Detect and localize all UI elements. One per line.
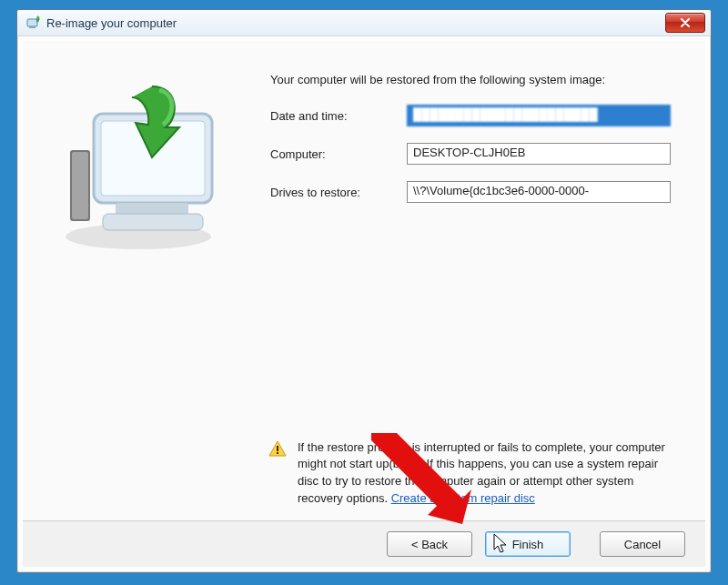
- finish-button[interactable]: Finish: [485, 531, 571, 557]
- window-title: Re-image your computer: [46, 16, 177, 30]
- content-area: Your computer will be restored from the …: [23, 41, 705, 517]
- warning-icon: [268, 439, 287, 458]
- value-drives[interactable]: \\?\Volume{dc1bc3e6-0000-0000-: [407, 181, 671, 203]
- title-bar: Re-image your computer: [17, 10, 711, 36]
- svg-rect-8: [103, 214, 203, 230]
- value-computer[interactable]: DESKTOP-CLJH0EB: [407, 143, 671, 165]
- row-computer: Computer: DESKTOP-CLJH0EB: [270, 143, 685, 165]
- svg-rect-9: [277, 446, 278, 451]
- label-drives: Drives to restore:: [270, 186, 407, 199]
- row-datetime: Date and time: ██████████████████████: [270, 105, 685, 126]
- svg-rect-10: [277, 452, 278, 454]
- button-bar: < Back Finish Cancel: [23, 520, 705, 567]
- warning-text: If the restore process is interrupted or…: [298, 439, 682, 508]
- main-panel: Your computer will be restored from the …: [270, 59, 685, 203]
- cancel-button[interactable]: Cancel: [600, 531, 685, 557]
- client-area: Your computer will be restored from the …: [23, 41, 705, 567]
- back-button[interactable]: < Back: [387, 531, 472, 557]
- row-drives: Drives to restore: \\?\Volume{dc1bc3e6-0…: [270, 181, 685, 203]
- label-computer: Computer:: [270, 147, 407, 161]
- value-datetime[interactable]: ██████████████████████: [407, 105, 671, 126]
- intro-text: Your computer will be restored from the …: [270, 72, 685, 88]
- wizard-window: Re-image your computer: [16, 9, 712, 573]
- svg-rect-1: [29, 26, 35, 28]
- close-button[interactable]: [665, 13, 705, 33]
- wizard-graphic: [43, 77, 234, 262]
- app-icon: [26, 15, 41, 30]
- svg-rect-0: [27, 19, 37, 26]
- warning-section: If the restore process is interrupted or…: [268, 439, 682, 508]
- close-icon: [680, 18, 691, 27]
- create-repair-disc-link[interactable]: Create a system repair disc: [391, 491, 535, 505]
- label-datetime: Date and time:: [270, 109, 407, 123]
- svg-rect-4: [72, 152, 88, 219]
